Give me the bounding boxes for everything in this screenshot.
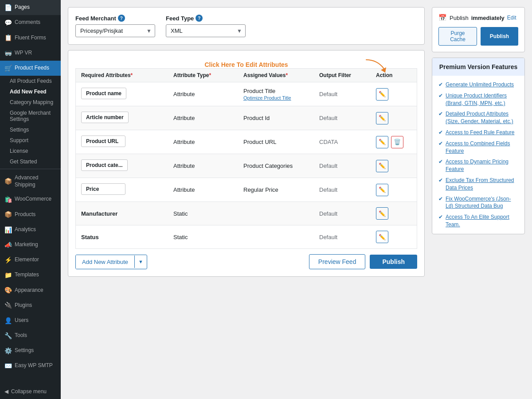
sidebar-sub-get-started[interactable]: Get Started <box>0 156 61 167</box>
premium-feature-1: ✔ Unique Product Identifiers (Brand, GTI… <box>438 92 518 107</box>
feed-merchant-field: Feed Merchant ? Pricespy/Prisjkat Google… <box>75 15 155 37</box>
fluent-forms-icon: 📋 <box>4 34 12 42</box>
sidebar-sub-settings[interactable]: Settings <box>0 124 61 135</box>
edit-attribute-button[interactable]: ✏️ <box>376 112 388 124</box>
feature-link-6[interactable]: Exclude Tax From Structured Data Prices <box>446 177 518 192</box>
feed-merchant-select[interactable]: Pricespy/Prisjkat Google Shopping Facebo… <box>75 24 155 37</box>
premium-feature-7: ✔ Fix WooCommerce's (Json-Ld) Structured… <box>438 195 518 210</box>
sidebar-item-label: Analytics <box>15 226 36 233</box>
attr-value-cell: Regular Price <box>243 186 316 193</box>
edit-attribute-button[interactable]: ✏️ <box>376 136 388 148</box>
sidebar-sub-category-mapping[interactable]: Category Mapping <box>0 97 61 108</box>
premium-feature-2: ✔ Detailed Product Attributes (Size, Gen… <box>438 110 518 125</box>
edit-attribute-button[interactable]: ✏️ <box>376 231 388 243</box>
sidebar-item-appearance[interactable]: 🎨 Appearance <box>0 283 61 298</box>
collapse-menu-button[interactable]: ◀ Collapse menu <box>0 384 61 399</box>
attr-value: Product Title <box>243 88 316 94</box>
sidebar-item-settings-main[interactable]: ⚙️ Settings <box>0 343 61 358</box>
feed-merchant-label: Feed Merchant ? <box>75 15 155 22</box>
edit-attr-link[interactable]: Click Here To Edit Attributes <box>204 61 288 68</box>
sidebar-item-plugins[interactable]: 🔌 Plugins <box>0 298 61 313</box>
attr-actions-cell: ✏️ <box>376 207 411 220</box>
preview-feed-button[interactable]: Preview Feed <box>309 254 366 269</box>
attr-type-cell: Attribute <box>173 186 240 193</box>
sidebar-item-comments[interactable]: 💬 Comments <box>0 15 61 30</box>
sidebar-item-label: Marketing <box>15 241 38 248</box>
sidebar-item-label: Advanced Shipping <box>15 174 56 188</box>
sidebar-sub-google-merchant[interactable]: Google Merchant Settings <box>0 108 61 124</box>
attr-actions-cell: ✏️ <box>376 231 411 243</box>
sidebar-item-analytics[interactable]: 📊 Analytics <box>0 222 61 237</box>
feature-link-4[interactable]: Access to Combined Fields Feature <box>446 140 518 155</box>
sidebar-sub-support[interactable]: Support <box>0 135 61 146</box>
feed-merchant-select-wrapper: Pricespy/Prisjkat Google Shopping Facebo… <box>75 24 155 37</box>
publish-right-button[interactable]: Publish <box>481 27 518 46</box>
feature-link-3[interactable]: Access to Feed Rule Feature <box>446 129 514 136</box>
attr-name-cell: Article number <box>81 112 170 124</box>
sidebar-item-label: Settings <box>15 347 34 354</box>
check-icon: ✔ <box>438 93 443 99</box>
sidebar-item-users[interactable]: 👤 Users <box>0 313 61 328</box>
add-new-attribute-arrow[interactable]: ▼ <box>134 256 147 268</box>
premium-feature-5: ✔ Access to Dynamic Pricing Feature <box>438 158 518 173</box>
purge-cache-button[interactable]: Purge Cache <box>438 27 477 46</box>
sidebar-item-woocommerce[interactable]: 🛍️ WooCommerce <box>0 192 61 207</box>
attr-filter-cell: Default <box>319 210 372 217</box>
table-row: Status Static Default ✏️ <box>75 225 417 249</box>
edit-attribute-button[interactable]: ✏️ <box>376 207 388 220</box>
feature-link-1[interactable]: Unique Product Identifiers (Brand, GTIN,… <box>446 92 518 107</box>
sidebar-item-tools[interactable]: 🔧 Tools <box>0 328 61 343</box>
sidebar-item-advanced-shipping[interactable]: 📦 Advanced Shipping <box>0 171 61 192</box>
sidebar-item-elementor[interactable]: ⚡ Elementor <box>0 252 61 267</box>
add-new-attribute-main[interactable]: Add New Attribute <box>76 255 134 269</box>
attr-name-cell: Product cate... <box>81 159 170 172</box>
attr-filter-cell: Default <box>319 186 372 193</box>
feature-link-8[interactable]: Access To An Elite Support Team. <box>446 213 518 229</box>
sidebar-item-wp-vr[interactable]: 🥽 WP VR <box>0 46 61 61</box>
premium-feature-0: ✔ Generate Unlimited Products <box>438 81 518 89</box>
header-assigned: Assigned Values* <box>243 72 316 78</box>
check-icon: ✔ <box>438 159 443 165</box>
feature-link-7[interactable]: Fix WooCommerce's (Json-Ld) Structured D… <box>446 195 518 210</box>
settings-icon: ⚙️ <box>4 347 12 355</box>
feed-type-select[interactable]: XML CSV TSV <box>166 24 246 37</box>
sidebar-item-label: Plugins <box>15 302 32 309</box>
merchant-help-icon[interactable]: ? <box>118 15 125 22</box>
sidebar-item-label: Product Feeds <box>15 65 49 72</box>
sidebar-item-pages[interactable]: 📄 Pages <box>0 0 61 15</box>
sidebar-item-easy-wp-smtp[interactable]: ✉️ Easy WP SMTP <box>0 358 61 373</box>
attr-actions-cell: ✏️ <box>376 184 411 196</box>
edit-attribute-button[interactable]: ✏️ <box>376 160 388 172</box>
sidebar-item-product-feeds[interactable]: 🛒 Product Feeds <box>0 61 61 76</box>
plugins-icon: 🔌 <box>4 301 12 309</box>
sidebar-item-products[interactable]: 📦 Products <box>0 207 61 222</box>
optimize-link[interactable]: Optimize Product Title <box>243 95 316 101</box>
edit-attribute-button[interactable]: ✏️ <box>376 184 388 196</box>
sidebar-item-label: Users <box>15 317 28 324</box>
delete-attribute-button[interactable]: 🗑️ <box>391 136 403 148</box>
feature-link-0[interactable]: Generate Unlimited Products <box>446 81 514 89</box>
appearance-icon: 🎨 <box>4 286 12 294</box>
sidebar-item-label: WooCommerce <box>15 196 51 203</box>
type-help-icon[interactable]: ? <box>196 15 203 22</box>
add-new-attribute-button[interactable]: Add New Attribute ▼ <box>75 255 147 269</box>
edit-attribute-button[interactable]: ✏️ <box>376 88 388 101</box>
sidebar: 📄 Pages 💬 Comments 📋 Fluent Forms 🥽 WP V… <box>0 0 61 399</box>
sidebar-divider-1 <box>0 169 61 169</box>
attr-filter-cell: Default <box>319 234 372 240</box>
attr-name-cell: Manufacturer <box>81 210 170 217</box>
premium-feature-6: ✔ Exclude Tax From Structured Data Price… <box>438 177 518 192</box>
attr-name-cell: Status <box>81 234 170 240</box>
edit-publish-link[interactable]: Edit <box>507 15 516 21</box>
sidebar-sub-add-new-feed[interactable]: Add New Feed <box>0 86 61 97</box>
feature-link-5[interactable]: Access to Dynamic Pricing Feature <box>446 158 518 173</box>
publish-button[interactable]: Publish <box>370 255 417 269</box>
feature-link-2[interactable]: Detailed Product Attributes (Size, Gende… <box>446 110 518 125</box>
sidebar-item-marketing[interactable]: 📣 Marketing <box>0 237 61 252</box>
sidebar-sub-all-product-feeds[interactable]: All Product Feeds <box>0 76 61 86</box>
sidebar-item-label: Comments <box>15 19 40 26</box>
sidebar-item-fluent-forms[interactable]: 📋 Fluent Forms <box>0 30 61 45</box>
sidebar-sub-license[interactable]: License <box>0 146 61 156</box>
check-icon: ✔ <box>438 196 443 202</box>
sidebar-item-templates[interactable]: 📁 Templates <box>0 267 61 283</box>
